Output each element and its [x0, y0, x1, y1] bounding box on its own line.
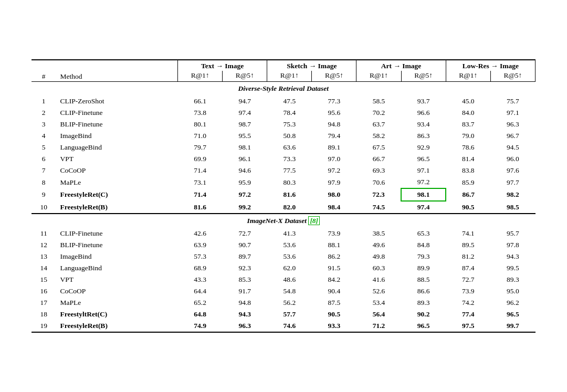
row-value: 72.7	[446, 274, 490, 285]
row-value: 95.7	[490, 228, 535, 239]
sub-l-r5: R@5↑	[490, 71, 535, 82]
row-value: 97.2	[223, 188, 267, 201]
row-value: 90.4	[312, 285, 356, 297]
row-num: 2	[32, 107, 56, 119]
row-value: 74.5	[356, 201, 401, 214]
row-value: 96.1	[223, 153, 267, 165]
row-value: 84.0	[446, 107, 490, 119]
row-method: ImageBind	[56, 130, 177, 142]
sub-s-r5: R@5↑	[312, 71, 356, 82]
row-value: 71.0	[178, 130, 223, 142]
row-value: 80.1	[178, 119, 223, 130]
table-row: 11CLIP-Finetune42.672.741.373.938.565.37…	[32, 228, 536, 239]
row-value: 85.3	[223, 274, 267, 285]
header-sketch-image: Sketch → Image	[267, 60, 356, 71]
row-num: 6	[32, 153, 56, 165]
row-value: 82.0	[267, 201, 312, 214]
row-value: 90.2	[401, 309, 446, 320]
row-method: VPT	[56, 153, 177, 165]
row-value: 89.1	[312, 142, 356, 153]
header-num: #	[32, 60, 56, 82]
row-value: 80.3	[267, 176, 312, 188]
table-row: 3BLIP-Finetune80.198.775.394.863.793.483…	[32, 119, 536, 130]
row-num: 15	[32, 274, 56, 285]
row-value: 45.0	[446, 96, 490, 107]
table-wrapper: # Method Text → Image Sketch → Image Art…	[32, 59, 536, 333]
row-value: 74.2	[446, 297, 490, 309]
row-value: 54.8	[267, 285, 312, 297]
row-value: 66.7	[356, 153, 401, 165]
row-value: 86.2	[312, 251, 356, 262]
row-method: CLIP-Finetune	[56, 107, 177, 119]
table-row: 4ImageBind71.095.550.879.458.286.379.096…	[32, 130, 536, 142]
row-value: 98.1	[223, 142, 267, 153]
row-value: 71.2	[356, 320, 401, 332]
row-value: 91.7	[223, 285, 267, 297]
row-method: BLIP-Finetune	[56, 239, 177, 251]
header-text-image: Text → Image	[178, 60, 267, 71]
row-value: 98.1	[401, 188, 446, 201]
row-method: BLIP-Finetune	[56, 119, 177, 130]
row-value: 73.3	[267, 153, 312, 165]
row-value: 92.9	[401, 142, 446, 153]
row-value: 74.6	[267, 320, 312, 332]
row-value: 96.5	[490, 309, 535, 320]
row-value: 49.6	[356, 239, 401, 251]
row-value: 57.3	[178, 251, 223, 262]
row-value: 97.9	[312, 176, 356, 188]
row-value: 94.3	[223, 309, 267, 320]
table-row: 18FreestyltRet(C)64.894.357.790.556.490.…	[32, 309, 536, 320]
row-value: 53.6	[267, 251, 312, 262]
row-value: 99.5	[490, 262, 535, 274]
row-method: CoCoOP	[56, 285, 177, 297]
row-value: 94.6	[223, 165, 267, 176]
row-value: 79.4	[312, 130, 356, 142]
section1-header: Diverse-Style Retrieval Dataset	[32, 82, 536, 96]
row-num: 7	[32, 165, 56, 176]
row-value: 96.5	[401, 153, 446, 165]
row-value: 96.5	[401, 320, 446, 332]
row-value: 73.8	[178, 107, 223, 119]
row-value: 97.2	[401, 176, 446, 188]
sub-s-r1: R@1↑	[267, 71, 312, 82]
table-row: 10FreestyleRet(B)81.699.282.098.474.597.…	[32, 201, 536, 214]
section1-title: Diverse-Style Retrieval Dataset	[32, 82, 536, 96]
row-value: 72.7	[223, 228, 267, 239]
header-art-image: Art → Image	[356, 60, 446, 71]
row-value: 97.8	[490, 239, 535, 251]
table-row: 16CoCoOP64.491.754.890.452.686.673.995.0	[32, 285, 536, 297]
row-value: 84.8	[401, 239, 446, 251]
row-value: 96.3	[223, 320, 267, 332]
table-row: 12BLIP-Finetune63.990.753.688.149.684.88…	[32, 239, 536, 251]
row-method: FreestyleRet(B)	[56, 201, 177, 214]
row-num: 12	[32, 239, 56, 251]
row-value: 86.7	[446, 188, 490, 201]
row-value: 67.5	[356, 142, 401, 153]
row-value: 41.3	[267, 228, 312, 239]
row-value: 95.9	[223, 176, 267, 188]
row-value: 87.4	[446, 262, 490, 274]
row-value: 93.7	[401, 96, 446, 107]
row-num: 1	[32, 96, 56, 107]
row-value: 97.2	[312, 165, 356, 176]
row-value: 73.9	[446, 285, 490, 297]
table-row: 7CoCoOP71.494.677.597.269.397.183.897.6	[32, 165, 536, 176]
row-value: 72.3	[356, 188, 401, 201]
row-value: 75.7	[490, 96, 535, 107]
row-value: 60.3	[356, 262, 401, 274]
row-method: FreestyleRet(C)	[56, 188, 177, 201]
row-value: 89.3	[401, 297, 446, 309]
row-value: 92.3	[223, 262, 267, 274]
row-value: 86.3	[401, 130, 446, 142]
row-value: 97.4	[401, 201, 446, 214]
row-value: 81.6	[267, 188, 312, 201]
row-num: 4	[32, 130, 56, 142]
row-num: 5	[32, 142, 56, 153]
row-value: 63.9	[178, 239, 223, 251]
row-method: ImageBind	[56, 251, 177, 262]
row-value: 94.8	[312, 119, 356, 130]
row-value: 97.0	[312, 153, 356, 165]
row-value: 95.5	[223, 130, 267, 142]
section2-header: ImageNet-X Dataset [8]	[32, 214, 536, 228]
row-value: 53.4	[356, 297, 401, 309]
